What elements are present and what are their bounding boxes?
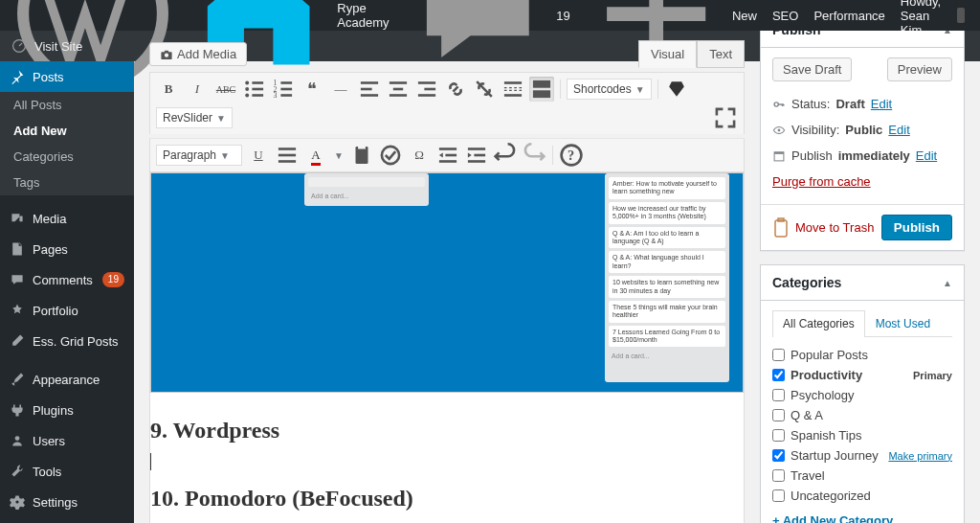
svg-rect-27 bbox=[424, 88, 435, 91]
key-icon bbox=[772, 98, 786, 111]
category-checkbox[interactable] bbox=[772, 349, 785, 361]
text-color-arrow[interactable]: ▼ bbox=[332, 143, 345, 168]
preview-button[interactable]: Preview bbox=[887, 57, 952, 81]
category-checkbox[interactable] bbox=[772, 369, 785, 381]
howdy-link[interactable]: Howdy, Sean Kim bbox=[893, 0, 972, 31]
publish-box: Publish▲ Save Draft Preview Status: Draf… bbox=[760, 31, 965, 251]
categories-header[interactable]: Categories▲ bbox=[761, 265, 964, 301]
toolbar-toggle-button[interactable] bbox=[529, 77, 554, 102]
fullscreen-button[interactable] bbox=[713, 105, 738, 130]
category-checkbox[interactable] bbox=[772, 429, 785, 442]
calendar-icon bbox=[772, 149, 786, 163]
tab-all-categories[interactable]: All Categories bbox=[772, 310, 865, 337]
svg-rect-34 bbox=[278, 148, 296, 150]
wp-logo[interactable] bbox=[8, 0, 178, 31]
italic-button[interactable]: I bbox=[185, 77, 210, 102]
shortcodes-dropdown[interactable]: Shortcodes▼ bbox=[567, 79, 652, 100]
svg-rect-25 bbox=[390, 94, 407, 97]
menu-plugins[interactable]: Plugins bbox=[0, 395, 134, 425]
save-draft-button[interactable]: Save Draft bbox=[772, 57, 852, 81]
bullet-list-button[interactable] bbox=[242, 77, 267, 102]
align-left-button[interactable] bbox=[357, 77, 382, 102]
menu-ess-grid[interactable]: Ess. Grid Posts bbox=[0, 326, 134, 356]
category-checkbox[interactable] bbox=[772, 469, 785, 482]
sub-categories[interactable]: Categories bbox=[0, 144, 134, 170]
edit-visibility-link[interactable]: Edit bbox=[888, 123, 909, 137]
editor-content[interactable]: Add a card... Amber: How to motivate you… bbox=[149, 171, 745, 523]
svg-rect-24 bbox=[393, 88, 403, 91]
revslider-icon-button[interactable] bbox=[664, 77, 689, 102]
svg-rect-33 bbox=[533, 90, 550, 98]
user-icon bbox=[10, 433, 25, 448]
hr-button[interactable]: — bbox=[328, 77, 353, 102]
add-media-button[interactable]: Add Media bbox=[149, 42, 247, 66]
strike-button[interactable]: ABC bbox=[213, 77, 238, 102]
svg-point-6 bbox=[165, 53, 168, 57]
comments-link[interactable]: 19 bbox=[397, 0, 578, 31]
menu-media[interactable]: Media bbox=[0, 203, 134, 234]
wrench-icon bbox=[10, 464, 25, 479]
category-checkbox[interactable] bbox=[772, 449, 785, 462]
quote-button[interactable]: ❝ bbox=[300, 77, 324, 102]
editor-toolbar-2: Paragraph▼ U A ▼ Ω ? bbox=[149, 138, 745, 171]
underline-button[interactable]: U bbox=[246, 143, 271, 168]
sub-add-new[interactable]: Add New bbox=[0, 118, 134, 144]
more-button[interactable] bbox=[501, 77, 525, 102]
menu-appearance[interactable]: Appearance bbox=[0, 364, 134, 395]
special-char-button[interactable]: Ω bbox=[407, 143, 432, 168]
category-checkbox[interactable] bbox=[772, 409, 785, 421]
unlink-button[interactable] bbox=[472, 77, 497, 102]
publish-button[interactable]: Publish bbox=[881, 215, 952, 240]
performance-link[interactable]: Performance bbox=[806, 0, 892, 31]
menu-comments[interactable]: Comments19 bbox=[0, 264, 134, 295]
align-right-button[interactable] bbox=[414, 77, 439, 102]
editor-area: Add Media Visual Text B I ABC 123 ❝ — Sh… bbox=[134, 31, 760, 523]
category-checkbox[interactable] bbox=[772, 489, 785, 502]
move-to-trash-link[interactable]: Move to Trash bbox=[795, 220, 874, 235]
comments-count: 19 bbox=[556, 9, 569, 23]
edit-status-link[interactable]: Edit bbox=[871, 97, 892, 111]
menu-tools[interactable]: Tools bbox=[0, 456, 134, 487]
help-button[interactable]: ? bbox=[559, 143, 584, 168]
tab-most-used[interactable]: Most Used bbox=[865, 310, 941, 336]
redo-button[interactable] bbox=[522, 143, 546, 168]
menu-posts[interactable]: Posts bbox=[0, 61, 134, 92]
revslider-dropdown[interactable]: RevSlider▼ bbox=[156, 107, 233, 128]
sub-tags[interactable]: Tags bbox=[0, 170, 134, 195]
pin-icon bbox=[10, 69, 25, 84]
edit-schedule-link[interactable]: Edit bbox=[916, 148, 937, 163]
chevron-up-icon: ▲ bbox=[943, 31, 952, 35]
purge-cache-link[interactable]: Purge from cache bbox=[772, 174, 871, 189]
paste-text-button[interactable] bbox=[349, 143, 374, 168]
dashboard-icon bbox=[11, 38, 27, 54]
publish-header[interactable]: Publish▲ bbox=[761, 31, 964, 48]
menu-pages[interactable]: Pages bbox=[0, 234, 134, 264]
site-name-link[interactable]: Rype Academy bbox=[178, 0, 397, 31]
add-new-category-link[interactable]: + Add New Category bbox=[772, 506, 952, 523]
svg-rect-23 bbox=[390, 81, 407, 84]
justify-button[interactable] bbox=[275, 143, 300, 168]
menu-portfolio[interactable]: Portfolio bbox=[0, 295, 134, 326]
make-primary-link[interactable]: Make primary bbox=[888, 450, 952, 462]
clear-format-button[interactable] bbox=[378, 143, 403, 168]
menu-settings[interactable]: Settings bbox=[0, 487, 134, 517]
bold-button[interactable]: B bbox=[156, 77, 181, 102]
visual-tab[interactable]: Visual bbox=[638, 40, 697, 68]
outdent-button[interactable] bbox=[435, 143, 460, 168]
new-link[interactable]: New bbox=[578, 0, 765, 31]
text-tab[interactable]: Text bbox=[697, 40, 745, 68]
seo-link[interactable]: SEO bbox=[765, 0, 806, 31]
indent-button[interactable] bbox=[464, 143, 489, 168]
text-color-button[interactable]: A bbox=[303, 143, 328, 168]
number-list-button[interactable]: 123 bbox=[271, 77, 296, 102]
format-dropdown[interactable]: Paragraph▼ bbox=[156, 145, 242, 166]
category-checkbox[interactable] bbox=[772, 389, 785, 401]
menu-users[interactable]: Users bbox=[0, 425, 134, 456]
heading-10: 10. Pomodoro (BeFocused) bbox=[150, 486, 744, 512]
sub-all-posts[interactable]: All Posts bbox=[0, 92, 134, 118]
undo-button[interactable] bbox=[493, 143, 518, 168]
page-icon bbox=[10, 241, 25, 257]
align-center-button[interactable] bbox=[386, 77, 411, 102]
link-button[interactable] bbox=[443, 77, 468, 102]
visit-site-link[interactable]: Visit Site bbox=[34, 39, 82, 54]
